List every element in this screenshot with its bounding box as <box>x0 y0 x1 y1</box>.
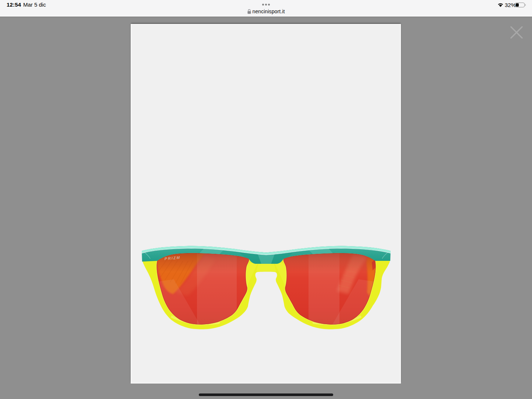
svg-text:32%: 32% <box>505 2 516 8</box>
